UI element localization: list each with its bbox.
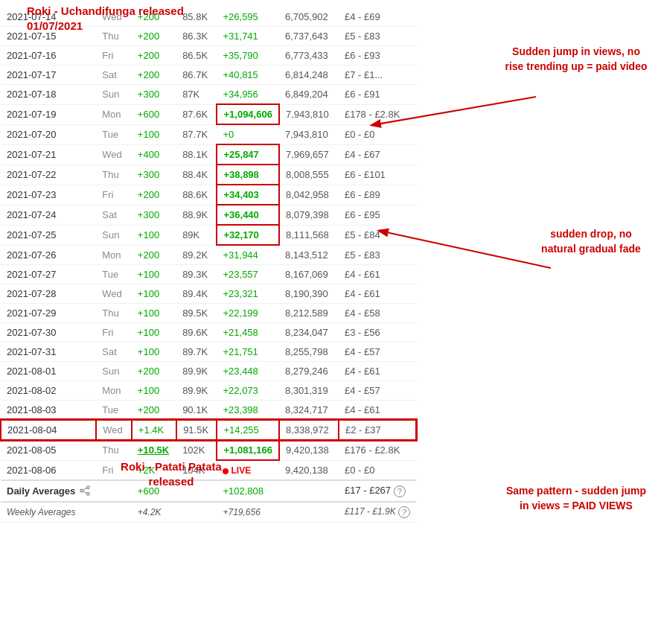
date-cell: 2021-07-28 [1,284,96,304]
total-cell: 6,773,433 [279,46,339,66]
day-cell: Wed [96,420,132,440]
help-icon-weekly[interactable]: ? [398,506,410,518]
table-row: 2021-07-31Sat+10089.7K+21,7518,255,798£4… [1,342,416,362]
total-cell: 8,111,568 [279,225,339,245]
total-cell: 6,814,248 [279,66,339,85]
day-cell: Sun [96,225,132,245]
views-cell: 89.7K [176,342,217,362]
day-cell: Fri [96,46,132,66]
date-cell: 2021-08-05 [1,440,96,460]
est-cell: £4 - £61 [339,362,416,381]
subs-cell: +100 [132,124,176,144]
total-cell: 8,338,972 [279,420,339,440]
revenue-cell: +1,081,166 [217,440,278,460]
total-cell: 7,943,810 [279,124,339,144]
views-cell: 87.6K [176,104,217,124]
day-cell: Tue [96,265,132,284]
table-row: 2021-08-02Mon+10089.9K+22,0738,301,319£4… [1,381,416,401]
views-cell: 89.5K [176,304,217,323]
subs-cell: +200 [132,245,176,265]
views-cell: 89.9K [176,362,217,381]
est-cell: £0 - £0 [339,460,416,480]
weekly-avg-subs: +4.2K [132,502,176,523]
est-cell: £178 - £2.8K [339,104,416,124]
revenue-cell: +36,440 [217,205,278,225]
day-cell: Fri [96,323,132,342]
total-cell: 8,255,798 [279,342,339,362]
views-cell: 88.9K [176,205,217,225]
total-cell: 7,943,810 [279,104,339,124]
est-cell: £6 - £89 [339,185,416,205]
table-row: 2021-08-05Thu+10.5K102K+1,081,1669,420,1… [1,440,416,460]
day-cell: Mon [96,381,132,401]
date-cell: 2021-08-01 [1,362,96,381]
date-cell: 2021-07-30 [1,323,96,342]
table-row: 2021-07-19Mon+60087.6K+1,094,6067,943,81… [1,104,416,124]
revenue-cell: +38,898 [217,165,278,185]
total-cell: 8,143,512 [279,245,339,265]
est-cell: £3 - £56 [339,323,416,342]
date-cell: 2021-07-24 [1,205,96,225]
subs-cell: +200 [132,362,176,381]
est-cell: £5 - £83 [339,27,416,46]
day-cell: Wed [96,144,132,165]
date-cell: 2021-07-27 [1,265,96,284]
revenue-cell: +22,073 [217,381,278,401]
subs-cell: +400 [132,144,176,165]
revenue-cell: +34,956 [217,85,278,105]
table-row: 2021-08-04Wed+1.4K91.5K+14,2558,338,972£… [1,420,416,440]
subs-cell: +100 [132,342,176,362]
help-icon-daily[interactable]: ? [394,485,406,497]
table-row: 2021-07-18Sun+30087K+34,9566,849,204£6 -… [1,85,416,105]
est-cell: £6 - £91 [339,85,416,105]
est-cell: £5 - £83 [339,245,416,265]
total-cell: 8,008,555 [279,165,339,185]
revenue-cell: +32,170 [217,225,278,245]
date-cell: 2021-07-26 [1,245,96,265]
table-row: 2021-08-01Sun+20089.9K+23,4488,279,246£4… [1,362,416,381]
svg-line-4 [83,491,87,494]
views-cell: 87K [176,85,217,105]
svg-point-0 [87,486,90,489]
date-cell: 2021-07-19 [1,104,96,124]
day-cell: Sat [96,205,132,225]
views-cell: 89.2K [176,245,217,265]
day-cell: Sun [96,362,132,381]
revenue-cell: +23,321 [217,284,278,304]
day-cell: Wed [96,284,132,304]
est-cell: £4 - £58 [339,304,416,323]
est-cell: £176 - £2.8K [339,440,416,460]
views-cell: 86.5K [176,46,217,66]
table-row: 2021-07-25Sun+10089K+32,1708,111,568£5 -… [1,225,416,245]
drop-annotation: sudden drop, no natural gradual fade [531,227,651,256]
views-cell: 87.7K [176,124,217,144]
subs-cell: +200 [132,66,176,85]
subs-cell: +100 [132,225,176,245]
views-cell: 86.7K [176,66,217,85]
est-cell: £4 - £61 [339,265,416,284]
date-cell: 2021-08-03 [1,401,96,421]
share-icon [80,485,90,496]
day-cell: Tue [96,124,132,144]
day-cell: Mon [96,245,132,265]
views-cell: 88.4K [176,165,217,185]
table-row: 2021-08-03Tue+20090.1K+23,3988,324,717£4… [1,401,416,421]
date-cell: 2021-07-16 [1,46,96,66]
subs-cell: +200 [132,185,176,205]
est-cell: £2 - £37 [339,420,416,440]
revenue-cell: +34,403 [217,185,278,205]
weekly-averages-row: Weekly Averages +4.2K +719,656 £117 - £1… [1,502,416,523]
subs-cell: +1.4K [132,420,176,440]
date-cell: 2021-07-20 [1,124,96,144]
total-cell: 8,301,319 [279,381,339,401]
date-cell: 2021-08-02 [1,381,96,401]
subs-cell: +600 [132,104,176,124]
day-cell: Sun [96,85,132,105]
table-row: 2021-07-16Fri+20086.5K+35,7906,773,433£6… [1,46,416,66]
est-cell: £4 - £57 [339,381,416,401]
svg-point-1 [80,490,83,493]
svg-line-3 [83,488,87,491]
subs-cell: +100 [132,323,176,342]
views-cell: 89.4K [176,284,217,304]
revenue-cell: +35,790 [217,46,278,66]
